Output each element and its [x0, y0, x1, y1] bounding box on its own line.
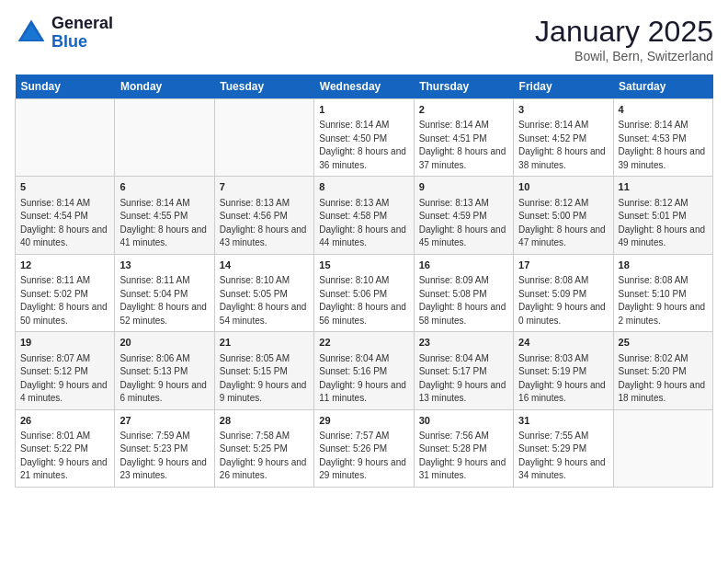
calendar-cell: 7Sunrise: 8:13 AM Sunset: 4:56 PM Daylig… [214, 177, 313, 254]
header-day-thursday: Thursday [414, 75, 513, 99]
day-number: 10 [518, 180, 608, 194]
logo-blue-text: Blue [51, 32, 87, 51]
day-info: Sunrise: 8:14 AM Sunset: 4:52 PM Dayligh… [518, 119, 608, 172]
day-number: 15 [319, 259, 408, 272]
week-row-0: 1Sunrise: 8:14 AM Sunset: 4:50 PM Daylig… [16, 99, 713, 177]
logo-general-text: General [51, 14, 113, 32]
day-number: 3 [518, 103, 608, 117]
day-number: 12 [20, 259, 109, 272]
day-number: 11 [619, 180, 708, 194]
day-number: 5 [20, 180, 109, 194]
header-row: SundayMondayTuesdayWednesdayThursdayFrid… [16, 75, 713, 99]
day-number: 29 [319, 414, 408, 428]
day-number: 14 [220, 259, 309, 272]
calendar-cell: 13Sunrise: 8:11 AM Sunset: 5:04 PM Dayli… [115, 254, 214, 331]
calendar-cell [115, 99, 214, 177]
day-info: Sunrise: 8:12 AM Sunset: 5:01 PM Dayligh… [619, 197, 708, 250]
calendar-cell: 26Sunrise: 8:01 AM Sunset: 5:22 PM Dayli… [16, 409, 115, 487]
calendar-cell: 2Sunrise: 8:14 AM Sunset: 4:51 PM Daylig… [414, 99, 513, 177]
title-block: January 2025 Bowil, Bern, Switzerland [535, 15, 713, 63]
calendar-cell: 16Sunrise: 8:09 AM Sunset: 5:08 PM Dayli… [414, 254, 513, 331]
calendar-cell [214, 99, 313, 177]
calendar-cell: 28Sunrise: 7:58 AM Sunset: 5:25 PM Dayli… [214, 409, 313, 487]
header-day-tuesday: Tuesday [214, 75, 313, 99]
day-number: 17 [518, 259, 608, 272]
day-number: 22 [319, 336, 408, 350]
day-info: Sunrise: 8:13 AM Sunset: 4:59 PM Dayligh… [419, 197, 508, 250]
day-number: 31 [518, 414, 608, 428]
day-info: Sunrise: 8:14 AM Sunset: 4:50 PM Dayligh… [319, 119, 408, 172]
day-info: Sunrise: 8:14 AM Sunset: 4:53 PM Dayligh… [619, 119, 708, 172]
calendar-cell: 14Sunrise: 8:10 AM Sunset: 5:05 PM Dayli… [214, 254, 313, 331]
calendar-cell: 17Sunrise: 8:08 AM Sunset: 5:09 PM Dayli… [514, 254, 613, 331]
day-info: Sunrise: 8:04 AM Sunset: 5:16 PM Dayligh… [319, 352, 408, 406]
day-number: 25 [619, 336, 708, 350]
calendar-cell: 22Sunrise: 8:04 AM Sunset: 5:16 PM Dayli… [314, 332, 414, 409]
header-day-wednesday: Wednesday [314, 75, 414, 99]
calendar-cell: 24Sunrise: 8:03 AM Sunset: 5:19 PM Dayli… [514, 332, 613, 409]
day-number: 20 [119, 336, 209, 350]
day-info: Sunrise: 8:06 AM Sunset: 5:13 PM Dayligh… [119, 352, 209, 406]
logo: General Blue [15, 15, 113, 52]
header-day-monday: Monday [115, 75, 214, 99]
day-info: Sunrise: 8:09 AM Sunset: 5:08 PM Dayligh… [419, 274, 508, 327]
calendar-cell [613, 409, 712, 487]
day-number: 2 [419, 103, 508, 117]
calendar-cell: 3Sunrise: 8:14 AM Sunset: 4:52 PM Daylig… [514, 99, 613, 177]
day-info: Sunrise: 8:12 AM Sunset: 5:00 PM Dayligh… [518, 197, 608, 250]
calendar-cell: 27Sunrise: 7:59 AM Sunset: 5:23 PM Dayli… [115, 409, 214, 487]
week-row-3: 19Sunrise: 8:07 AM Sunset: 5:12 PM Dayli… [16, 332, 713, 409]
day-info: Sunrise: 8:05 AM Sunset: 5:15 PM Dayligh… [220, 352, 309, 406]
calendar-cell: 10Sunrise: 8:12 AM Sunset: 5:00 PM Dayli… [514, 177, 613, 254]
day-info: Sunrise: 8:03 AM Sunset: 5:19 PM Dayligh… [518, 352, 608, 406]
day-info: Sunrise: 7:58 AM Sunset: 5:25 PM Dayligh… [220, 430, 309, 483]
day-info: Sunrise: 8:11 AM Sunset: 5:02 PM Dayligh… [20, 274, 109, 327]
calendar-cell [16, 99, 115, 177]
day-number: 18 [619, 259, 708, 272]
day-info: Sunrise: 8:10 AM Sunset: 5:06 PM Dayligh… [319, 274, 408, 327]
logo-icon [15, 17, 48, 50]
day-number: 9 [419, 180, 508, 194]
month-title: January 2025 [535, 15, 713, 49]
calendar-cell: 15Sunrise: 8:10 AM Sunset: 5:06 PM Dayli… [314, 254, 414, 331]
day-number: 28 [220, 414, 309, 428]
day-info: Sunrise: 8:14 AM Sunset: 4:51 PM Dayligh… [419, 119, 508, 172]
calendar-cell: 25Sunrise: 8:02 AM Sunset: 5:20 PM Dayli… [613, 332, 712, 409]
day-info: Sunrise: 7:59 AM Sunset: 5:23 PM Dayligh… [119, 430, 209, 483]
day-info: Sunrise: 8:02 AM Sunset: 5:20 PM Dayligh… [619, 352, 708, 406]
day-number: 8 [319, 180, 408, 194]
calendar-cell: 21Sunrise: 8:05 AM Sunset: 5:15 PM Dayli… [214, 332, 313, 409]
calendar-body: 1Sunrise: 8:14 AM Sunset: 4:50 PM Daylig… [16, 99, 713, 488]
week-row-2: 12Sunrise: 8:11 AM Sunset: 5:02 PM Dayli… [16, 254, 713, 331]
calendar-cell: 12Sunrise: 8:11 AM Sunset: 5:02 PM Dayli… [16, 254, 115, 331]
day-info: Sunrise: 8:13 AM Sunset: 4:58 PM Dayligh… [319, 197, 408, 250]
day-info: Sunrise: 8:10 AM Sunset: 5:05 PM Dayligh… [220, 274, 309, 327]
day-info: Sunrise: 7:56 AM Sunset: 5:28 PM Dayligh… [419, 430, 508, 483]
day-info: Sunrise: 8:01 AM Sunset: 5:22 PM Dayligh… [20, 430, 109, 483]
calendar-cell: 9Sunrise: 8:13 AM Sunset: 4:59 PM Daylig… [414, 177, 513, 254]
header-day-sunday: Sunday [16, 75, 115, 99]
calendar-cell: 29Sunrise: 7:57 AM Sunset: 5:26 PM Dayli… [314, 409, 414, 487]
day-number: 7 [220, 180, 309, 194]
calendar-cell: 19Sunrise: 8:07 AM Sunset: 5:12 PM Dayli… [16, 332, 115, 409]
header-day-saturday: Saturday [613, 75, 712, 99]
day-number: 30 [419, 414, 508, 428]
day-info: Sunrise: 8:08 AM Sunset: 5:10 PM Dayligh… [619, 274, 708, 327]
day-info: Sunrise: 8:07 AM Sunset: 5:12 PM Dayligh… [20, 352, 109, 406]
day-number: 4 [619, 103, 708, 117]
calendar-cell: 31Sunrise: 7:55 AM Sunset: 5:29 PM Dayli… [514, 409, 613, 487]
day-number: 1 [319, 103, 408, 117]
day-number: 16 [419, 259, 508, 272]
day-number: 27 [119, 414, 209, 428]
calendar-cell: 11Sunrise: 8:12 AM Sunset: 5:01 PM Dayli… [613, 177, 712, 254]
calendar-cell: 18Sunrise: 8:08 AM Sunset: 5:10 PM Dayli… [613, 254, 712, 331]
day-info: Sunrise: 8:14 AM Sunset: 4:54 PM Dayligh… [20, 197, 109, 250]
page-header: General Blue January 2025 Bowil, Bern, S… [15, 15, 713, 63]
header-day-friday: Friday [514, 75, 613, 99]
day-number: 13 [119, 259, 209, 272]
calendar-cell: 20Sunrise: 8:06 AM Sunset: 5:13 PM Dayli… [115, 332, 214, 409]
day-info: Sunrise: 8:11 AM Sunset: 5:04 PM Dayligh… [119, 274, 209, 327]
day-info: Sunrise: 7:55 AM Sunset: 5:29 PM Dayligh… [518, 430, 608, 483]
calendar-table: SundayMondayTuesdayWednesdayThursdayFrid… [15, 75, 713, 488]
day-info: Sunrise: 7:57 AM Sunset: 5:26 PM Dayligh… [319, 430, 408, 483]
